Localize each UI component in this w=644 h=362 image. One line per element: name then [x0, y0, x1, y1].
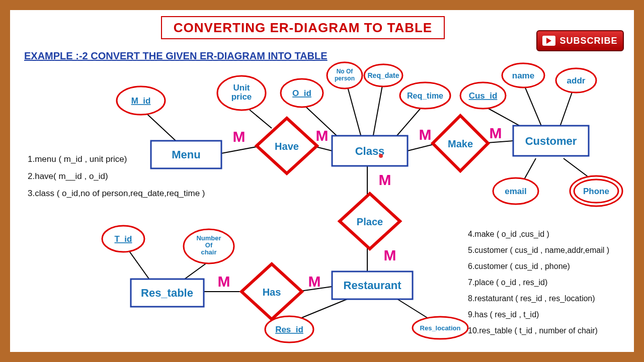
table-line-9: 9.has ( res_id , t_id) [468, 307, 609, 323]
attr-no-of-person-2: person [335, 75, 355, 82]
rel-has: Has [263, 287, 281, 298]
entity-restaurant: Restaurant [344, 279, 402, 292]
attr-cus-id: Cus_id [469, 91, 498, 101]
svg-text:Number: Number [196, 234, 221, 242]
attr-unit-price-1: Unit [233, 83, 250, 93]
table-line-8: 8.restaturant ( res_id , res_location) [468, 291, 609, 307]
diagram-canvas: CONVERTING ER-DIAGRAM TO TABLE SUBSCRIBE… [10, 10, 634, 352]
attr-res-location: Res_location [420, 324, 461, 332]
table-line-10: 10.res_table ( t_id , number of chair) [468, 323, 609, 339]
svg-text:Of: Of [205, 241, 213, 249]
card-m-3: M [419, 126, 432, 143]
rel-make: Make [448, 138, 473, 149]
svg-text:chair: chair [201, 248, 216, 256]
pointer-dot [379, 154, 383, 158]
attr-unit-price-2: price [231, 92, 252, 102]
svg-line-17 [523, 158, 536, 181]
table-line-3: 3.class ( o_id,no of person,req_date,req… [28, 185, 205, 202]
attr-o-id: O_id [292, 88, 311, 98]
attr-email: email [505, 187, 526, 196]
entity-customer: Customer [525, 135, 577, 147]
card-m-1: M [233, 128, 246, 145]
table-line-1: 1.menu ( m_id , unit price) [28, 151, 205, 168]
tables-left: 1.menu ( m_id , unit price) 2.have( m__i… [28, 151, 205, 202]
svg-line-11 [347, 85, 362, 141]
attr-req-date: Req_date [367, 71, 399, 79]
card-m-2: M [316, 127, 329, 144]
svg-line-15 [523, 83, 543, 131]
attr-t-id: T_id [115, 234, 132, 244]
tables-right: 4.make ( o_id ,cus_id ) 5.customer ( cus… [468, 226, 609, 339]
entity-res-table: Res_table [141, 287, 193, 299]
rel-have: Have [275, 141, 299, 152]
attr-no-of-person-1: No Of [337, 68, 354, 75]
card-m-7: M [218, 273, 230, 290]
attr-req-time: Req_time [407, 92, 443, 100]
card-m-5: M [379, 171, 391, 188]
attr-m-id: M_id [131, 96, 151, 106]
attr-res-id: Res_id [275, 325, 303, 334]
table-line-6: 6.customer ( cus_id , phone) [468, 258, 609, 275]
attr-addr: addr [567, 76, 586, 85]
table-line-2: 2.have( m__id , o_id) [28, 168, 205, 185]
svg-line-0 [221, 146, 262, 153]
card-m-4: M [490, 125, 502, 141]
table-line-4: 4.make ( o_id ,cus_id ) [468, 226, 609, 242]
card-m-8: M [308, 273, 321, 290]
table-line-5: 5.customer ( cus_id , name,addr,email ) [468, 242, 609, 258]
card-m-6: M [384, 247, 396, 263]
svg-line-16 [558, 88, 574, 131]
attr-phone: Phone [583, 187, 609, 196]
svg-line-12 [372, 85, 382, 141]
attr-name: name [512, 71, 534, 80]
rel-place: Place [357, 216, 383, 227]
table-line-7: 7.place ( o_id , res_id) [468, 275, 609, 291]
